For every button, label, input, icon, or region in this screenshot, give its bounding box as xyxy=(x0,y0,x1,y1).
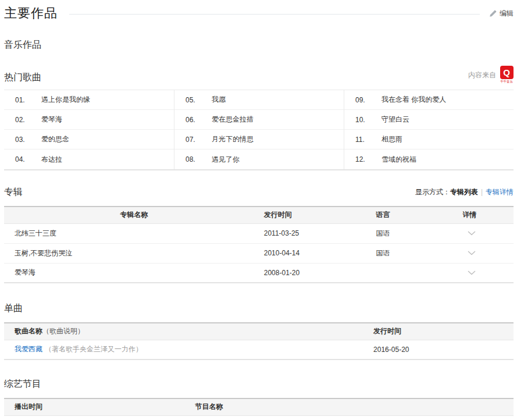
variety-time: 2013-12-24 xyxy=(4,415,195,420)
album-name: 北纬三十三度 xyxy=(4,223,264,243)
albums-header: 专辑 显示方式：专辑列表|专辑详情 xyxy=(4,186,514,198)
chevron-down-icon[interactable] xyxy=(468,270,476,275)
hot-songs-header: 热门歌曲 内容来自 Q 千千音乐 xyxy=(4,66,514,84)
single-date: 2016-05-20 xyxy=(373,340,514,360)
col-song-note: （歌曲说明） xyxy=(42,327,84,335)
col-air-time: 播出时间 xyxy=(4,398,195,415)
variety-table-header: 播出时间 节目名称 xyxy=(4,398,514,415)
title-divider xyxy=(69,14,480,15)
song-item[interactable]: 02. 爱琴海 xyxy=(4,110,174,130)
song-number: 11. xyxy=(344,136,381,144)
song-title: 布达拉 xyxy=(41,155,62,165)
variety-heading: 综艺节目 xyxy=(4,378,514,390)
song-column-3: 09. 我在念着 你我的爱人 10. 守望白云 11. 相思雨 12. 雪域的祝… xyxy=(344,90,514,169)
albums-table-header: 专辑名称 发行时间 语言 详情 xyxy=(4,207,514,223)
song-item[interactable]: 08. 遇见了你 xyxy=(174,150,344,169)
song-number: 06. xyxy=(174,116,212,124)
singles-table-header: 歌曲名称（歌曲说明） 发行时间 xyxy=(4,323,514,340)
single-name-link[interactable]: 我爱西藏 xyxy=(15,345,42,353)
song-number: 07. xyxy=(174,136,212,144)
song-title: 雪域的祝福 xyxy=(381,155,416,165)
qianqian-logo-text: 千千音乐 xyxy=(500,79,513,83)
col-detail: 详情 xyxy=(462,207,514,223)
song-number: 03. xyxy=(4,136,41,144)
edit-label: 编辑 xyxy=(500,9,514,19)
album-name: 爱琴海 xyxy=(4,263,264,283)
mode-album-list[interactable]: 专辑列表 xyxy=(450,188,478,196)
page-title: 主要作品 xyxy=(4,5,58,22)
singles-table: 歌曲名称（歌曲说明） 发行时间 我爱西藏（著名歌手央金兰泽又一力作） 2016-… xyxy=(4,322,514,360)
albums-heading: 专辑 xyxy=(4,186,23,198)
album-row: 爱琴海 2008-01-20 xyxy=(4,263,514,283)
section-header: 主要作品 编辑 xyxy=(4,5,514,22)
variety-table: 播出时间 节目名称 2013-12-24 3四川卫视《中国藏歌会》第四季《天籁之… xyxy=(4,398,514,420)
song-number: 10. xyxy=(344,116,381,124)
source-label: 内容来自 xyxy=(468,70,496,84)
song-title: 我在念着 你我的爱人 xyxy=(381,95,446,105)
album-language xyxy=(376,263,462,283)
mode-album-detail[interactable]: 专辑详情 xyxy=(486,188,514,196)
song-number: 02. xyxy=(4,116,41,124)
song-title: 月光下的情思 xyxy=(212,134,254,144)
variety-row: 2013-12-24 3四川卫视《中国藏歌会》第四季《天籁之爱》[5] xyxy=(4,415,514,420)
song-title: 爱在思金拉措 xyxy=(212,115,254,124)
col-program-name: 节目名称 xyxy=(195,398,514,415)
album-language: 国语 xyxy=(376,243,462,263)
col-language: 语言 xyxy=(376,207,462,223)
song-number: 09. xyxy=(344,96,381,104)
song-item[interactable]: 03. 爱的思念 xyxy=(4,130,174,150)
song-title: 爱的思念 xyxy=(41,134,69,144)
albums-table: 专辑名称 发行时间 语言 详情 北纬三十三度 2011-03-25 国语 玉树,… xyxy=(4,206,514,283)
col-song-name: 歌曲名称（歌曲说明） xyxy=(4,323,373,340)
song-title: 爱琴海 xyxy=(41,115,62,124)
song-title: 遇见了你 xyxy=(212,155,240,165)
album-name: 玉树,不要悲伤哭泣 xyxy=(4,243,264,263)
hot-songs-heading: 热门歌曲 xyxy=(4,72,41,84)
col-album-name: 专辑名称 xyxy=(4,207,264,223)
song-number: 08. xyxy=(174,155,212,163)
chevron-down-icon[interactable] xyxy=(468,251,476,255)
song-column-1: 01. 遇上你是我的缘 02. 爱琴海 03. 爱的思念 04. 布达拉 xyxy=(4,90,174,169)
content-source: 内容来自 Q 千千音乐 xyxy=(468,66,514,84)
song-item[interactable]: 09. 我在念着 你我的爱人 xyxy=(344,90,514,110)
singles-heading: 单曲 xyxy=(4,302,514,315)
song-item[interactable]: 07. 月光下的情思 xyxy=(174,130,344,150)
album-date: 2010-04-14 xyxy=(264,243,376,263)
song-column-2: 05. 我愿 06. 爱在思金拉措 07. 月光下的情思 08. 遇见了你 xyxy=(174,90,344,169)
song-number: 01. xyxy=(4,96,41,104)
chevron-down-icon[interactable] xyxy=(468,231,476,236)
album-date: 2008-01-20 xyxy=(264,263,376,283)
song-item[interactable]: 12. 雪域的祝福 xyxy=(344,150,514,169)
main-works-module: 主要作品 编辑 音乐作品 热门歌曲 内容来自 Q 千千音乐 xyxy=(0,0,517,420)
song-item[interactable]: 10. 守望白云 xyxy=(344,110,514,130)
hot-songs-list: 01. 遇上你是我的缘 02. 爱琴海 03. 爱的思念 04. 布达拉 05.… xyxy=(4,90,514,170)
album-language: 国语 xyxy=(376,223,462,243)
qianqian-logo-icon: Q xyxy=(500,66,514,79)
single-note: （著名歌手央金兰泽又一力作） xyxy=(45,345,142,353)
song-title: 相思雨 xyxy=(381,134,402,144)
song-item[interactable]: 01. 遇上你是我的缘 xyxy=(4,90,174,110)
song-item[interactable]: 04. 布达拉 xyxy=(4,150,174,169)
edit-button[interactable]: 编辑 xyxy=(489,9,514,19)
song-item[interactable]: 11. 相思雨 xyxy=(344,130,514,150)
album-date: 2011-03-25 xyxy=(264,223,376,243)
col-single-date: 发行时间 xyxy=(373,323,514,340)
song-number: 12. xyxy=(344,155,381,163)
mode-divider: | xyxy=(481,188,483,196)
song-number: 05. xyxy=(174,96,212,104)
album-row: 北纬三十三度 2011-03-25 国语 xyxy=(4,223,514,243)
single-row: 我爱西藏（著名歌手央金兰泽又一力作） 2016-05-20 xyxy=(4,340,514,360)
song-item[interactable]: 06. 爱在思金拉措 xyxy=(174,110,344,130)
music-works-heading: 音乐作品 xyxy=(4,39,514,51)
display-mode-label: 显示方式： xyxy=(415,188,450,196)
song-title: 遇上你是我的缘 xyxy=(41,95,90,105)
song-title: 守望白云 xyxy=(381,115,409,124)
song-item[interactable]: 05. 我愿 xyxy=(174,90,344,110)
col-release-date: 发行时间 xyxy=(264,207,376,223)
display-mode-switch: 显示方式：专辑列表|专辑详情 xyxy=(415,187,514,197)
album-row: 玉树,不要悲伤哭泣 2010-04-14 国语 xyxy=(4,243,514,263)
song-number: 04. xyxy=(4,155,41,163)
song-title: 我愿 xyxy=(212,95,226,105)
pencil-icon xyxy=(489,10,497,17)
qianqian-music-logo[interactable]: Q 千千音乐 xyxy=(500,66,514,84)
